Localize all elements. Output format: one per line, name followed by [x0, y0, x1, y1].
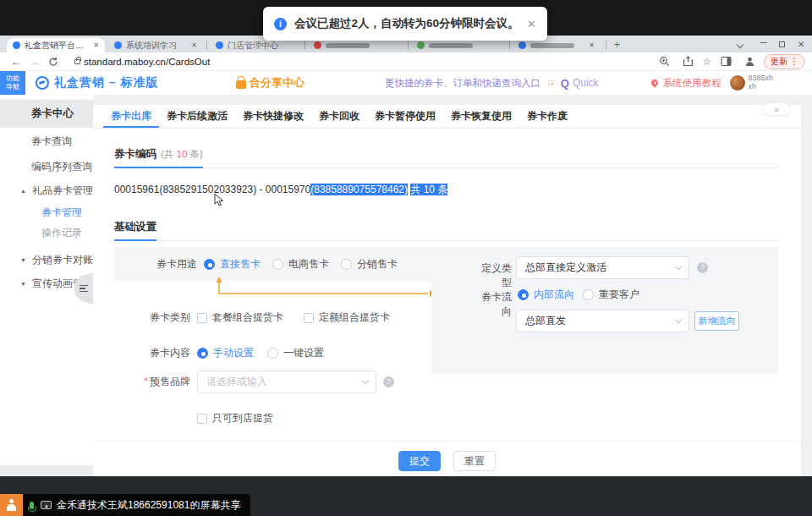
- radio-icon[interactable]: [272, 259, 283, 270]
- presale-brand-select[interactable]: 请选择或输入: [197, 371, 376, 393]
- basic-section-title: 基础设置: [114, 220, 156, 241]
- category-label: 券卡类别: [114, 310, 190, 325]
- screen-share-icon: [41, 501, 52, 509]
- tab-close-icon[interactable]: ✕: [191, 41, 197, 49]
- flow-select[interactable]: 总部直发: [516, 310, 689, 332]
- required-asterisk: *: [144, 376, 148, 387]
- share-center-link[interactable]: 合分享中心: [236, 75, 304, 91]
- actions-divider: [93, 441, 801, 442]
- location-pin-icon: [650, 78, 659, 87]
- reload-icon[interactable]: [44, 54, 63, 69]
- window-maximize-icon[interactable]: [779, 40, 785, 50]
- tab-void[interactable]: 券卡作废: [519, 105, 575, 128]
- code-range-plain: 00015961(8385291502033923) - 00015970: [114, 184, 310, 195]
- category-option-fixed-amount[interactable]: 定额组合提货卡: [304, 310, 390, 325]
- browser-window: 礼盒营销平台管理中心 ✕ 系统培训学习 ✕ 门店管理中心: [0, 36, 812, 476]
- tab-later-activate[interactable]: 券卡后续激活: [159, 105, 235, 128]
- sidebar-group-gift-card-mgmt[interactable]: ▲ 礼品券卡管理: [0, 178, 93, 202]
- lock-icon[interactable]: [74, 59, 80, 64]
- tab-separator: [304, 41, 305, 49]
- checkbox-icon[interactable]: [197, 414, 207, 424]
- radio-icon[interactable]: [583, 289, 594, 300]
- define-type-select[interactable]: 总部直接定义激活: [516, 256, 689, 279]
- category-option-package[interactable]: 套餐组合提货卡: [197, 310, 283, 325]
- code-count-selected: 共 10 条: [410, 184, 447, 195]
- flow-option-internal[interactable]: 内部流向: [518, 288, 574, 302]
- tab-close-icon[interactable]: ✕: [93, 41, 99, 49]
- reset-button[interactable]: 重置: [453, 451, 496, 471]
- sidebar-item-card-management[interactable]: 券卡管理: [0, 202, 93, 222]
- sidebar-item-code-sequence-query[interactable]: 编码序列查询: [0, 155, 93, 178]
- tab-resume[interactable]: 券卡恢复使用: [443, 105, 519, 128]
- radio-selected-icon[interactable]: [204, 259, 215, 270]
- content-mode-row: 券卡内容 手动设置 一键设置: [114, 346, 324, 360]
- sidebar: 券卡中心 券卡查询 编码序列查询 ▲ 礼品券卡管理 券卡管理 操作记录 ▼ 分销…: [0, 95, 93, 476]
- kebab-menu-icon: ⋮: [790, 57, 798, 66]
- quick-search-q[interactable]: Q: [561, 77, 569, 90]
- add-flow-button[interactable]: 新增流向: [694, 311, 739, 331]
- presale-brand-help-icon[interactable]: ?: [383, 376, 394, 387]
- main-area: » 券卡出库 券卡后续激活 券卡快捷修改 券卡回收 券卡暂停使用 券卡恢复使用 …: [93, 95, 812, 476]
- back-icon[interactable]: ←: [7, 54, 25, 69]
- side-panel-icon[interactable]: [716, 54, 735, 69]
- code-range-selected: (8385889075578462): [310, 184, 408, 195]
- profile-icon[interactable]: [740, 54, 759, 69]
- browser-toolbar: ← → standard.maboy.cn/CardsOut ☆: [0, 52, 812, 71]
- user-avatar[interactable]: [730, 75, 745, 91]
- content-option-onekey[interactable]: 一键设置: [267, 346, 324, 360]
- usage-option-ecommerce[interactable]: 电商售卡: [272, 257, 329, 272]
- tab-recycle[interactable]: 券卡回收: [311, 105, 367, 128]
- browser-tab-1[interactable]: 礼盒营销平台管理中心 ✕: [7, 38, 105, 52]
- nav-toggle-button[interactable]: 功能 导航: [0, 71, 25, 95]
- window-menu-icon[interactable]: [738, 40, 743, 50]
- browser-tab-2[interactable]: 系统培训学习 ✕: [108, 38, 203, 52]
- bookmark-star-icon[interactable]: ☆: [702, 56, 711, 68]
- define-type-label: 定义类型: [476, 261, 512, 290]
- codes-section-header: 券卡编码(共 10 条): [114, 145, 780, 168]
- url-text[interactable]: standard.maboy.cn/CardsOut: [84, 57, 210, 67]
- flow-option-vip[interactable]: 重要客户: [583, 288, 639, 302]
- content-option-manual[interactable]: 手动设置: [197, 346, 254, 360]
- new-tab-button[interactable]: +: [614, 39, 620, 51]
- sidebar-item-card-query[interactable]: 券卡查询: [0, 129, 93, 153]
- screen-share-text: 金禾通技术王斌18662591081的屏幕共享: [57, 498, 240, 513]
- checkbox-icon[interactable]: [197, 313, 207, 323]
- store-pickup-option[interactable]: 只可到店提货: [197, 411, 273, 425]
- submit-button[interactable]: 提交: [398, 451, 441, 471]
- toast-message: 会议已超过2人，自动转为60分钟限时会议。: [294, 16, 519, 31]
- tab-favicon: [114, 41, 122, 49]
- window-close-icon[interactable]: ✕: [798, 40, 804, 50]
- radio-icon[interactable]: [267, 348, 278, 359]
- radio-selected-icon[interactable]: [197, 348, 208, 359]
- triangle-down-icon: ▼: [20, 257, 29, 263]
- panel-collapse-button[interactable]: »: [762, 102, 791, 116]
- update-button[interactable]: 更新 ⋮: [764, 54, 805, 69]
- checkbox-icon[interactable]: [304, 313, 314, 323]
- code-range-line[interactable]: 00015961(8385291502033923) - 00015970(83…: [114, 183, 447, 197]
- sharer-avatar: [0, 494, 23, 516]
- tab-quick-modify[interactable]: 券卡快捷修改: [235, 105, 311, 128]
- tab-title-obscured: [530, 43, 574, 48]
- zoom-icon[interactable]: [655, 54, 673, 69]
- screen: 礼盒营销平台管理中心 ✕ 系统培训学习 ✕ 门店管理中心: [0, 0, 812, 516]
- sidebar-group-distribution-reconcile[interactable]: ▼ 分销券卡对账: [0, 248, 93, 272]
- radio-icon[interactable]: [341, 259, 352, 270]
- sidebar-item-operation-log[interactable]: 操作记录: [0, 222, 93, 243]
- define-type-help-icon[interactable]: ?: [697, 262, 708, 273]
- presale-brand-label: *预售品牌: [114, 375, 190, 389]
- screen-share-chip[interactable]: 金禾通技术王斌18662591081的屏幕共享: [0, 494, 250, 516]
- brand-logo-icon: [36, 76, 49, 90]
- radio-selected-icon[interactable]: [518, 289, 529, 300]
- select-placeholder: 请选择或输入: [206, 375, 267, 389]
- usage-option-distribution[interactable]: 分销售卡: [341, 257, 398, 272]
- window-minimize-icon[interactable]: [760, 36, 767, 46]
- usage-option-direct[interactable]: 直接售卡: [204, 257, 261, 272]
- tutorial-link[interactable]: 系统使用教程: [663, 77, 721, 90]
- share-icon[interactable]: [678, 54, 697, 69]
- tab-suspend[interactable]: 券卡暂停使用: [367, 105, 443, 128]
- toast-close-icon[interactable]: ✕: [527, 18, 536, 30]
- quick-search-label[interactable]: Quick: [573, 77, 599, 89]
- forward-icon[interactable]: →: [25, 54, 44, 69]
- tab-cards-out[interactable]: 券卡出库: [103, 105, 159, 128]
- tab-close-icon[interactable]: ✕: [589, 41, 595, 49]
